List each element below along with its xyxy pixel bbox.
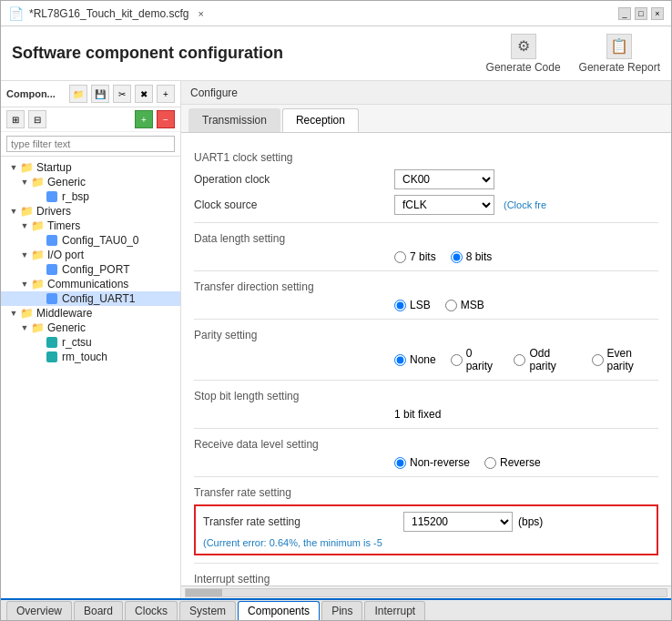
tab-transmission[interactable]: Transmission: [188, 108, 280, 132]
horizontal-scrollbar[interactable]: [185, 588, 667, 597]
arrow-generic2: ▼: [19, 323, 30, 332]
main-area: Compon... 📁 💾 ✂ ✖ + ⊞ ⊟ + −: [1, 81, 671, 598]
tree-item-drivers[interactable]: ▼ 📁 Drivers: [1, 204, 180, 219]
radio-parity-even[interactable]: Even parity: [592, 347, 659, 372]
transfer-rate-label: Transfer rate setting: [203, 515, 403, 528]
radio-lsb[interactable]: LSB: [394, 299, 431, 311]
tree-item-config_tau0_0[interactable]: Config_TAU0_0: [1, 233, 180, 248]
bottom-tab-board[interactable]: Board: [74, 601, 123, 620]
sidebar-btn-red[interactable]: −: [157, 110, 175, 128]
operation-clock-value: CK00: [394, 169, 658, 189]
radio-7bits[interactable]: 7 bits: [394, 250, 436, 263]
arrow-drivers: ▼: [8, 207, 19, 216]
right-panel: Configure Transmission Reception UART1 c…: [181, 81, 671, 598]
radio-reverse[interactable]: Reverse: [484, 456, 541, 469]
close-button[interactable]: ×: [651, 7, 664, 20]
sidebar-btn-green[interactable]: +: [135, 110, 153, 128]
bottom-tab-overview[interactable]: Overview: [6, 601, 72, 620]
sidebar-btn-3[interactable]: ✂: [113, 85, 131, 103]
radio-8bits[interactable]: 8 bits: [451, 250, 493, 263]
transfer-rate-row: Transfer rate setting 115200 (bps): [203, 512, 649, 532]
window-title: *RL78G16_Touch_kit_demo.scfg: [29, 7, 188, 20]
tree-label-config_tau0_0: Config_TAU0_0: [62, 234, 139, 247]
divider-7: [194, 563, 658, 564]
scrollbar-thumb[interactable]: [186, 589, 222, 596]
sidebar-btn-1[interactable]: 📁: [69, 85, 87, 103]
parity-row: None 0 parity Odd parity Even parit: [194, 347, 658, 372]
transfer-rate-select[interactable]: 115200: [403, 512, 513, 532]
tree-item-timers[interactable]: ▼ 📁 Timers: [1, 219, 180, 233]
bottom-tabs: Overview Board Clocks System Components …: [1, 598, 671, 620]
operation-clock-label: Operation clock: [194, 173, 394, 186]
receive-level-title: Receive data level setting: [194, 438, 658, 451]
bottom-tab-system[interactable]: System: [179, 601, 236, 620]
tree-item-config_port[interactable]: Config_PORT: [1, 262, 180, 277]
bottom-tab-interrupt[interactable]: Interrupt: [364, 601, 425, 620]
tree-label-generic1: Generic: [47, 176, 86, 188]
stop-bit-row: 1 bit fixed: [194, 408, 658, 421]
tree-label-timers: Timers: [47, 219, 80, 232]
transfer-rate-unit: (bps): [518, 515, 543, 528]
sidebar-btn-2[interactable]: 💾: [91, 85, 109, 103]
radio-msb[interactable]: MSB: [445, 299, 484, 311]
close-tab-icon[interactable]: ×: [194, 8, 207, 19]
tree-item-config_uart1[interactable]: Config_UART1: [1, 291, 180, 306]
sidebar-toolbar: Compon... 📁 💾 ✂ ✖ +: [1, 81, 180, 107]
sidebar-btn-5[interactable]: ⊞: [6, 110, 25, 128]
generate-report-button[interactable]: 📋 Generate Report: [579, 34, 660, 74]
transfer-rate-title: Transfer rate setting: [194, 486, 658, 499]
radio-parity-none[interactable]: None: [394, 353, 436, 366]
minimize-button[interactable]: _: [618, 7, 631, 20]
tabs-bar: Transmission Reception: [181, 105, 671, 133]
clock-source-select[interactable]: fCLK: [394, 195, 494, 215]
arrow-middleware: ▼: [8, 309, 19, 318]
divider-6: [194, 476, 658, 477]
operation-clock-select[interactable]: CK00: [394, 169, 494, 189]
window-icon: 📄: [8, 6, 24, 21]
bottom-tab-pins[interactable]: Pins: [321, 601, 362, 620]
tree-label-rm_touch: rm_touch: [62, 351, 107, 363]
tree-label-middleware: Middleware: [36, 307, 92, 320]
file-config_port-icon: [45, 263, 59, 276]
clock-source-value: fCLK (Clock fre: [394, 195, 658, 215]
transfer-rate-highlight: Transfer rate setting 115200 (bps) (Curr…: [194, 504, 658, 555]
file-r_bsp-icon: [45, 190, 59, 203]
tree-item-rm_touch[interactable]: rm_touch: [1, 350, 180, 364]
header-actions: ⚙ Generate Code 📋 Generate Report: [486, 34, 660, 74]
tree-item-io_port[interactable]: ▼ 📁 I/O port: [1, 248, 180, 262]
radio-parity-0[interactable]: 0 parity: [451, 347, 500, 372]
stop-bit-fixed: 1 bit fixed: [394, 408, 441, 421]
interrupt-title: Interrupt setting: [194, 573, 658, 585]
sidebar-btn-4[interactable]: ✖: [135, 85, 153, 103]
tree-item-communications[interactable]: ▼ 📁 Communications: [1, 277, 180, 291]
tree-item-generic2[interactable]: ▼ 📁 Generic: [1, 321, 180, 335]
radio-non-reverse[interactable]: Non-reverse: [394, 456, 470, 469]
radio-parity-odd[interactable]: Odd parity: [514, 347, 576, 372]
bottom-tab-components[interactable]: Components: [238, 601, 320, 620]
tree-item-r_bsp[interactable]: r_bsp: [1, 189, 180, 204]
tree-item-r_ctsu[interactable]: r_ctsu: [1, 335, 180, 350]
transfer-direction-row: LSB MSB: [194, 299, 658, 311]
divider-3: [194, 319, 658, 320]
folder-generic2-icon: 📁: [30, 321, 45, 334]
file-config_tau0_0-icon: [45, 234, 59, 247]
generate-code-button[interactable]: ⚙ Generate Code: [486, 34, 561, 74]
clock-freq-hint: (Clock fre: [504, 199, 546, 210]
tree-item-middleware[interactable]: ▼ 📁 Middleware: [1, 306, 180, 321]
tree-item-startup[interactable]: ▼ 📁 Startup: [1, 160, 180, 175]
tree-item-generic1[interactable]: ▼ 📁 Generic: [1, 175, 180, 189]
filter-input[interactable]: [6, 136, 175, 152]
sidebar-btn-6[interactable]: ⊟: [28, 110, 46, 128]
divider-2: [194, 270, 658, 271]
tree-label-drivers: Drivers: [36, 205, 71, 218]
page-title: Software component configuration: [12, 44, 283, 63]
sidebar-add-button[interactable]: +: [157, 85, 175, 103]
maximize-button[interactable]: □: [635, 7, 647, 20]
folder-generic1-icon: 📁: [30, 176, 45, 188]
tree-label-io_port: I/O port: [47, 249, 84, 261]
sidebar-title: Compon...: [6, 88, 66, 99]
sidebar-second-row: ⊞ ⊟ + −: [1, 107, 180, 132]
tree-label-r_ctsu: r_ctsu: [62, 336, 92, 349]
bottom-tab-clocks[interactable]: Clocks: [125, 601, 178, 620]
tab-reception[interactable]: Reception: [282, 108, 359, 132]
